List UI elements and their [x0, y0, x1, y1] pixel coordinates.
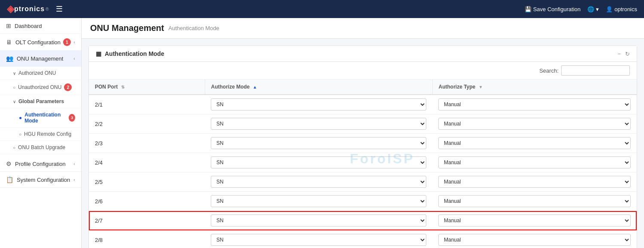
chevron-down-icon: ∨ [13, 71, 16, 76]
col-pon-port[interactable]: PON Port ⇅ [89, 80, 205, 95]
auth-mode-table: PON Port ⇅ Authorize Mode ▲ Authorize Ty… [89, 80, 637, 248]
language-selector[interactable]: 🌐 ▾ [587, 6, 599, 12]
auth-mode-label: Authentication Mode [24, 112, 66, 124]
logo-brand: ptronics [14, 5, 45, 13]
table-body: 2/1SNSN+PasswordLOIDLOID+PasswordManualA… [89, 95, 637, 248]
unauthorized-onu-label: Unauthorized ONU [18, 84, 61, 90]
hamburger-icon[interactable]: ☰ [56, 4, 63, 14]
sidebar-item-global-params[interactable]: ∨ Global Parameters [0, 95, 81, 108]
username-label: optronics [614, 6, 637, 12]
authorize-type-select[interactable]: ManualAuto [438, 156, 631, 168]
save-config-button[interactable]: 💾 Save Configuration [525, 6, 581, 12]
profile-icon: ⚙ [6, 160, 12, 167]
search-label: Search: [539, 67, 559, 74]
panel-header: ▦ Authentication Mode − ↻ [89, 46, 637, 62]
sidebar-item-profile-config[interactable]: ⚙ Profile Configuration ‹ [0, 156, 81, 172]
top-nav: ◈ ptronics ® ☰ 💾 Save Configuration 🌐 ▾ … [0, 0, 644, 18]
authorize-mode-select[interactable]: SNSN+PasswordLOIDLOID+Password [211, 214, 426, 227]
circle-small-icon: ○ [19, 132, 21, 137]
authorize-type-select[interactable]: ManualAuto [438, 234, 631, 246]
authorize-type-select[interactable]: ManualAuto [438, 137, 631, 149]
system-icon: 📋 [6, 176, 13, 183]
save-config-label: Save Configuration [533, 6, 581, 12]
auth-mode-badge: 3 [69, 114, 75, 122]
circle-icon-2: ○ [13, 145, 15, 150]
auth-mode-panel: ForoISP ▦ Authentication Mode − ↻ Search… [88, 46, 637, 248]
refresh-icon[interactable]: ↻ [625, 51, 630, 57]
sidebar-item-dashboard[interactable]: ⊞ Dashboard [0, 18, 81, 34]
olt-arrow: ‹ [73, 40, 75, 45]
user-menu[interactable]: 👤 optronics [606, 6, 637, 12]
onu-batch-label: ONU Batch Upgrade [18, 144, 65, 150]
sidebar-item-authorized-onu[interactable]: ∨ Authorized ONU [0, 67, 81, 80]
authorize-type-cell[interactable]: ManualAuto [432, 95, 637, 114]
authorize-mode-cell[interactable]: SNSN+PasswordLOIDLOID+Password [205, 230, 432, 248]
pon-port-cell: 2/8 [89, 230, 205, 248]
sidebar-item-unauthorized-onu[interactable]: ○ Unauthorized ONU 2 [0, 80, 81, 95]
table-icon: ▦ [96, 50, 101, 57]
authorize-mode-select[interactable]: SNSN+PasswordLOIDLOID+Password [211, 234, 426, 246]
olt-icon: 🖥 [6, 39, 12, 46]
system-arrow: ‹ [73, 177, 75, 182]
table-row: 2/3SNSN+PasswordLOIDLOID+PasswordManualA… [89, 134, 637, 153]
chevron-down-small-icon: ∨ [13, 99, 16, 104]
olt-badge: 1 [63, 38, 71, 46]
authorize-mode-cell[interactable]: SNSN+PasswordLOIDLOID+Password [205, 153, 432, 172]
logo-dot: ® [46, 7, 49, 12]
authorize-mode-sort-icon: ▲ [253, 85, 257, 89]
authorize-mode-cell[interactable]: SNSN+PasswordLOIDLOID+Password [205, 211, 432, 230]
page-title: ONU Management [90, 23, 164, 33]
authorize-type-label: Authorize Type [439, 84, 476, 90]
authorize-mode-cell[interactable]: SNSN+PasswordLOIDLOID+Password [205, 134, 432, 153]
sidebar-item-onu-management[interactable]: 👥 ONU Management ‹ [0, 51, 81, 67]
authorized-onu-label: Authorized ONU [18, 70, 56, 76]
table-row: 2/8SNSN+PasswordLOIDLOID+PasswordManualA… [89, 230, 637, 248]
search-input[interactable] [561, 65, 630, 76]
authorize-type-cell[interactable]: ManualAuto [432, 211, 637, 230]
pon-port-cell: 2/4 [89, 153, 205, 172]
authorize-type-select[interactable]: ManualAuto [438, 98, 631, 110]
authorize-type-cell[interactable]: ManualAuto [432, 114, 637, 134]
sidebar-item-hgu-remote[interactable]: ○ HGU Remote Config [0, 128, 81, 141]
table-container: PON Port ⇅ Authorize Mode ▲ Authorize Ty… [89, 80, 637, 248]
col-authorize-type[interactable]: Authorize Type ▼ [432, 80, 637, 95]
sidebar-item-olt-config[interactable]: 🖥 OLT Configuration 1 ‹ [0, 34, 81, 51]
authorize-mode-select[interactable]: SNSN+PasswordLOIDLOID+Password [211, 176, 426, 188]
sidebar-label-onu: ONU Management [17, 55, 63, 62]
pon-port-cell: 2/6 [89, 192, 205, 211]
pon-port-cell: 2/5 [89, 172, 205, 192]
panel-title: ▦ Authentication Mode [96, 50, 164, 57]
table-row: 2/1SNSN+PasswordLOIDLOID+PasswordManualA… [89, 95, 637, 114]
authorize-mode-label: Authorize Mode [211, 84, 250, 90]
authorize-mode-cell[interactable]: SNSN+PasswordLOIDLOID+Password [205, 192, 432, 211]
authorize-mode-cell[interactable]: SNSN+PasswordLOIDLOID+Password [205, 95, 432, 114]
minimize-icon[interactable]: − [617, 51, 621, 57]
nav-left: ◈ ptronics ® ☰ [7, 3, 63, 15]
authorize-type-select[interactable]: ManualAuto [438, 214, 631, 227]
authorize-type-cell[interactable]: ManualAuto [432, 172, 637, 192]
authorize-mode-cell[interactable]: SNSN+PasswordLOIDLOID+Password [205, 172, 432, 192]
authorize-type-cell[interactable]: ManualAuto [432, 230, 637, 248]
authorize-type-cell[interactable]: ManualAuto [432, 192, 637, 211]
authorize-type-select[interactable]: ManualAuto [438, 118, 631, 130]
unauth-badge: 2 [64, 83, 72, 91]
pon-port-label: PON Port [95, 84, 118, 90]
authorize-mode-select[interactable]: SNSN+PasswordLOIDLOID+Password [211, 137, 426, 149]
sidebar-label-dashboard: Dashboard [15, 23, 42, 29]
logo: ◈ ptronics ® [7, 3, 49, 15]
authorize-type-cell[interactable]: ManualAuto [432, 153, 637, 172]
sidebar-item-auth-mode[interactable]: ● Authentication Mode 3 [0, 108, 81, 128]
authorize-mode-select[interactable]: SNSN+PasswordLOIDLOID+Password [211, 195, 426, 207]
authorize-mode-cell[interactable]: SNSN+PasswordLOIDLOID+Password [205, 114, 432, 134]
authorize-mode-select[interactable]: SNSN+PasswordLOIDLOID+Password [211, 156, 426, 168]
authorize-type-select[interactable]: ManualAuto [438, 176, 631, 188]
authorize-type-select[interactable]: ManualAuto [438, 195, 631, 207]
header-row: PON Port ⇅ Authorize Mode ▲ Authorize Ty… [89, 80, 637, 95]
sidebar-item-system-config[interactable]: 📋 System Configuration ‹ [0, 172, 81, 188]
authorize-mode-select[interactable]: SNSN+PasswordLOIDLOID+Password [211, 118, 426, 130]
authorize-mode-select[interactable]: SNSN+PasswordLOIDLOID+Password [211, 98, 426, 110]
authorize-type-cell[interactable]: ManualAuto [432, 134, 637, 153]
col-authorize-mode[interactable]: Authorize Mode ▲ [205, 80, 432, 95]
sidebar-item-onu-batch[interactable]: ○ ONU Batch Upgrade [0, 141, 81, 154]
system-config-label: System Configuration [17, 177, 70, 183]
